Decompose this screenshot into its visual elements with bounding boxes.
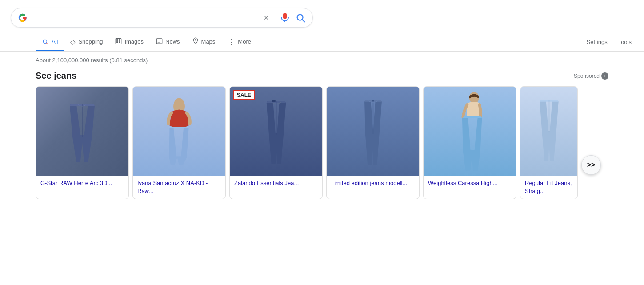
search-header: jeans × (0, 0, 644, 28)
jeans-image-placeholder-1 (36, 87, 128, 176)
product-card-5[interactable]: Weightless Caressa High... (423, 86, 516, 199)
jeans-image-placeholder-3 (230, 87, 322, 176)
product-image-3: SALE (230, 87, 322, 176)
search-divider (274, 12, 274, 23)
tab-all[interactable]: All (36, 34, 64, 51)
product-info-1: G-Star RAW Herre Arc 3D... (36, 176, 128, 191)
tab-more[interactable]: ⋮ More (221, 33, 257, 52)
nav-tabs: All ◇ Shopping Images News (0, 29, 644, 52)
product-info-6: Regular Fit Jeans, Straig... (520, 176, 577, 199)
more-dots-icon: ⋮ (228, 38, 235, 46)
jeans-figure-2 (164, 97, 195, 166)
product-image-6 (520, 87, 577, 176)
jeans-image-placeholder-4 (327, 87, 419, 176)
svg-rect-5 (117, 39, 119, 41)
sponsored-text: Sponsored (574, 73, 600, 79)
jeans-figure-6 (537, 98, 561, 165)
maps-icon (192, 37, 199, 46)
jeans-figure-1 (67, 100, 98, 162)
images-icon (115, 38, 122, 46)
product-name-1: G-Star RAW Herre Arc 3D... (40, 179, 124, 187)
svg-rect-17 (272, 100, 275, 102)
tab-images-label: Images (124, 38, 144, 45)
sale-badge: SALE (233, 90, 255, 100)
product-card-1[interactable]: G-Star RAW Herre Arc 3D... (36, 86, 129, 199)
news-icon (156, 38, 163, 46)
tab-news[interactable]: News (150, 33, 186, 52)
shopping-title: See jeans (36, 71, 76, 81)
product-card-2[interactable]: Ivana Santacruz X NA-KD - Raw... (132, 86, 226, 199)
tools-label[interactable]: Tools (616, 34, 633, 50)
jeans-image-placeholder-2 (133, 87, 225, 176)
jeans-figure-4 (361, 98, 385, 165)
product-image-5 (424, 87, 516, 176)
nav-settings: Settings Tools (585, 34, 644, 50)
search-submit-icon[interactable] (296, 13, 305, 23)
product-name-2: Ivana Santacruz X NA-KD - Raw... (137, 179, 221, 195)
results-count: About 2,100,000,000 results (0.81 second… (36, 57, 148, 64)
shopping-icon: ◇ (70, 38, 76, 46)
settings-label[interactable]: Settings (585, 34, 609, 50)
svg-line-1 (302, 20, 304, 22)
tab-more-label: More (238, 38, 251, 45)
product-card-6[interactable]: Regular Fit Jeans, Straig... (520, 86, 578, 199)
product-name-5: Weightless Caressa High... (428, 179, 512, 187)
jeans-figure-5 (451, 90, 489, 173)
product-info-2: Ivana Santacruz X NA-KD - Raw... (133, 176, 225, 199)
product-name-3: Zalando Essentials Jea... (234, 179, 318, 187)
tab-maps[interactable]: Maps (186, 33, 222, 52)
product-info-5: Weightless Caressa High... (424, 176, 516, 191)
tab-shopping-label: Shopping (78, 38, 103, 45)
search-input[interactable]: jeans (32, 14, 264, 22)
product-info-4: Limited edition jeans modell... (327, 176, 419, 191)
product-name-4: Limited edition jeans modell... (331, 179, 415, 187)
sponsored-info-icon[interactable]: i (601, 72, 608, 80)
search-tab-icon (42, 38, 49, 45)
tab-news-label: News (165, 38, 180, 45)
next-products-button[interactable]: >> (581, 155, 601, 175)
svg-rect-7 (117, 41, 119, 43)
product-info-3: Zalando Essentials Jea... (230, 176, 322, 191)
results-info: About 2,100,000,000 results (0.81 second… (0, 52, 644, 67)
clear-icon[interactable]: × (264, 13, 268, 23)
jeans-figure-3 (264, 99, 288, 164)
product-image-1 (36, 87, 128, 176)
jeans-image-placeholder-5 (424, 87, 516, 176)
svg-rect-6 (119, 39, 121, 41)
product-card-3[interactable]: SALE Zalando Essentials Jea... (229, 86, 323, 199)
shopping-header: See jeans Sponsored i (36, 71, 608, 81)
shopping-section: See jeans Sponsored i G-Sta (0, 67, 644, 199)
svg-point-13 (195, 39, 196, 40)
arrow-icon: >> (587, 161, 596, 169)
search-actions: × (264, 12, 305, 23)
sponsored-container: Sponsored i (574, 72, 608, 80)
product-image-4 (327, 87, 419, 176)
search-box[interactable]: jeans × (11, 8, 313, 28)
products-row: G-Star RAW Herre Arc 3D... (36, 86, 608, 199)
svg-point-19 (372, 100, 374, 102)
product-image-2 (133, 87, 225, 176)
svg-rect-8 (119, 41, 121, 43)
tab-images[interactable]: Images (109, 33, 150, 52)
tab-shopping[interactable]: ◇ Shopping (64, 33, 109, 52)
product-name-6: Regular Fit Jeans, Straig... (525, 179, 573, 195)
product-card-4[interactable]: Limited edition jeans modell... (326, 86, 420, 199)
google-logo-icon (18, 13, 27, 22)
svg-point-2 (43, 40, 47, 43)
jeans-image-placeholder-6 (520, 87, 577, 176)
tab-all-label: All (52, 38, 58, 45)
svg-point-20 (469, 92, 479, 103)
voice-search-icon[interactable] (280, 12, 290, 23)
tab-maps-label: Maps (201, 38, 216, 45)
